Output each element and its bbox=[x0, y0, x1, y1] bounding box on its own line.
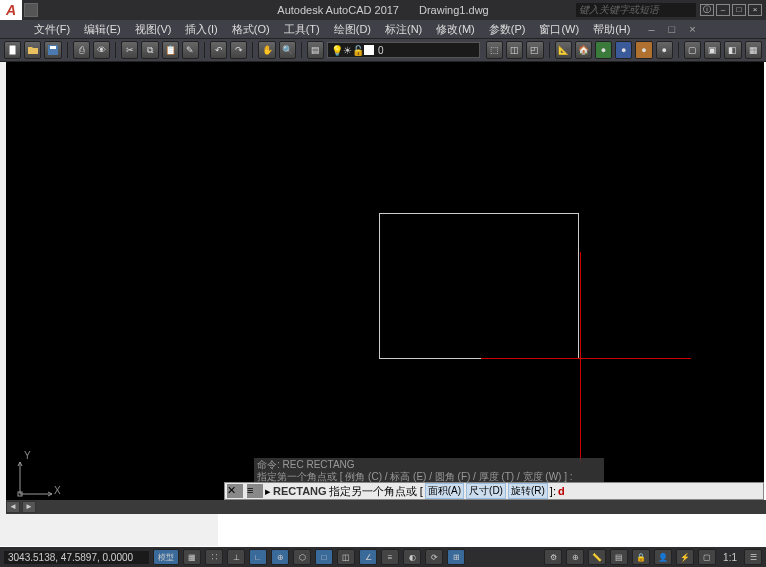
zoom-button[interactable]: 🔍 bbox=[279, 41, 296, 59]
option-area[interactable]: 面积(A) bbox=[425, 483, 464, 499]
3dosnap-toggle[interactable]: ◫ bbox=[337, 549, 355, 565]
menu-view[interactable]: 视图(V) bbox=[131, 20, 176, 39]
quick-access-toolbar bbox=[24, 3, 38, 17]
option-rotate[interactable]: 旋转(R) bbox=[508, 483, 548, 499]
infer-toggle[interactable]: ⊥ bbox=[227, 549, 245, 565]
close-button[interactable]: × bbox=[748, 4, 762, 16]
layer-name: 0 bbox=[378, 45, 384, 56]
help-search-input[interactable]: 键入关键字或短语 bbox=[576, 3, 696, 17]
quick-props[interactable]: ▤ bbox=[610, 549, 628, 565]
cmd-prompt: 指定另一个角点或 [ bbox=[329, 484, 423, 499]
tool-a[interactable]: ⬚ bbox=[486, 41, 503, 59]
transparency-toggle[interactable]: ◐ bbox=[403, 549, 421, 565]
menu-modify[interactable]: 修改(M) bbox=[432, 20, 479, 39]
dynamic-input-toggle[interactable]: ⊞ bbox=[447, 549, 465, 565]
osnap-toggle[interactable]: □ bbox=[315, 549, 333, 565]
ucs-icon: Y X bbox=[12, 450, 62, 500]
paste-button[interactable]: 📋 bbox=[162, 41, 179, 59]
print-button[interactable]: ⎙ bbox=[73, 41, 90, 59]
render-gray[interactable]: ● bbox=[656, 41, 673, 59]
minimize-button[interactable]: – bbox=[716, 4, 730, 16]
layer-props-button[interactable]: ▤ bbox=[307, 41, 324, 59]
cmd-tail: ]: bbox=[550, 485, 556, 497]
cmd-input[interactable]: d bbox=[558, 485, 565, 497]
polar-toggle[interactable]: ⊕ bbox=[271, 549, 289, 565]
clean-screen[interactable]: ▢ bbox=[698, 549, 716, 565]
cut-button[interactable]: ✂ bbox=[121, 41, 138, 59]
menu-insert[interactable]: 插入(I) bbox=[181, 20, 221, 39]
ortho-toggle[interactable]: ∟ bbox=[249, 549, 267, 565]
drawing-area[interactable]: Y X 命令: REC RECTANG 指定第一个角点或 [ 例角 (C) / … bbox=[6, 62, 764, 514]
standard-toolbar: ⎙ 👁 ✂ ⧉ 📋 ✎ ↶ ↷ ✋ 🔍 ▤ 💡 ☀ 🔓 0 ⬚ ◫ ◰ 📐 🏠 … bbox=[0, 38, 766, 62]
pan-button[interactable]: ✋ bbox=[258, 41, 275, 59]
workspace-button[interactable]: ⚙ bbox=[544, 549, 562, 565]
layer-dropdown[interactable]: 💡 ☀ 🔓 0 bbox=[327, 42, 480, 58]
scroll-right-button[interactable]: ► bbox=[22, 501, 36, 513]
render-blue[interactable]: ● bbox=[615, 41, 632, 59]
units-button[interactable]: 📏 bbox=[588, 549, 606, 565]
svg-rect-0 bbox=[9, 45, 16, 55]
otrack-toggle[interactable]: ∠ bbox=[359, 549, 377, 565]
command-line[interactable]: ✕ ≡ ▸ RECTANG 指定另一个角点或 [ 面积(A) 尺寸(D) 旋转(… bbox=[224, 482, 764, 500]
command-line-handle-icon[interactable]: ≡ bbox=[247, 484, 263, 498]
render-orange[interactable]: ● bbox=[635, 41, 652, 59]
tool-b[interactable]: ◫ bbox=[506, 41, 523, 59]
menu-edit[interactable]: 编辑(E) bbox=[80, 20, 125, 39]
app-logo[interactable]: A bbox=[0, 0, 22, 20]
infocenter-icon[interactable]: ⓘ bbox=[700, 4, 714, 16]
option-dimension[interactable]: 尺寸(D) bbox=[466, 483, 506, 499]
lock-icon: 🔓 bbox=[352, 45, 364, 56]
app-title: Autodesk AutoCAD 2017 bbox=[277, 4, 399, 16]
undo-button[interactable]: ↶ bbox=[210, 41, 227, 59]
save-button[interactable] bbox=[44, 41, 61, 59]
hardware-accel[interactable]: ⚡ bbox=[676, 549, 694, 565]
menu-file[interactable]: 文件(F) bbox=[30, 20, 74, 39]
lineweight-toggle[interactable]: ≡ bbox=[381, 549, 399, 565]
maximize-button[interactable]: □ bbox=[732, 4, 746, 16]
snap-toggle[interactable]: ⸬ bbox=[205, 549, 223, 565]
open-button[interactable] bbox=[24, 41, 41, 59]
lightbulb-icon: 💡 bbox=[331, 45, 343, 56]
command-line-icon[interactable]: ✕ bbox=[227, 484, 243, 498]
tool-c[interactable]: ◰ bbox=[526, 41, 543, 59]
crosshair-vertical bbox=[580, 252, 581, 462]
menu-draw[interactable]: 绘图(D) bbox=[330, 20, 375, 39]
doc-min-icon[interactable]: – bbox=[648, 23, 654, 35]
menu-format[interactable]: 格式(O) bbox=[228, 20, 274, 39]
file-tab-bar: ◄ ► bbox=[6, 500, 766, 514]
menu-dimension[interactable]: 标注(N) bbox=[381, 20, 426, 39]
menu-help[interactable]: 帮助(H) bbox=[589, 20, 634, 39]
lock-ui[interactable]: 🔒 bbox=[632, 549, 650, 565]
model-space-button[interactable]: 模型 bbox=[153, 549, 179, 565]
isolate-objects[interactable]: 👤 bbox=[654, 549, 672, 565]
preview-button[interactable]: 👁 bbox=[93, 41, 110, 59]
scroll-left-button[interactable]: ◄ bbox=[6, 501, 20, 513]
layer-color-swatch bbox=[364, 45, 374, 55]
isodraft-toggle[interactable]: ⬡ bbox=[293, 549, 311, 565]
tool-box4[interactable]: ▦ bbox=[745, 41, 762, 59]
tool-d[interactable]: 📐 bbox=[555, 41, 572, 59]
tool-box1[interactable]: ▢ bbox=[684, 41, 701, 59]
render-green[interactable]: ● bbox=[595, 41, 612, 59]
tool-e[interactable]: 🏠 bbox=[575, 41, 592, 59]
qat-dropdown[interactable] bbox=[24, 3, 38, 17]
annotation-monitor[interactable]: ⊕ bbox=[566, 549, 584, 565]
menu-parametric[interactable]: 参数(P) bbox=[485, 20, 530, 39]
doc-title: Drawing1.dwg bbox=[419, 4, 489, 16]
annotation-scale[interactable]: 1:1 bbox=[720, 552, 740, 563]
copy-button[interactable]: ⧉ bbox=[141, 41, 158, 59]
new-button[interactable] bbox=[4, 41, 21, 59]
menu-window[interactable]: 窗口(W) bbox=[535, 20, 583, 39]
cycling-toggle[interactable]: ⟳ bbox=[425, 549, 443, 565]
crosshair-horizontal bbox=[481, 358, 691, 359]
grid-toggle[interactable]: ▦ bbox=[183, 549, 201, 565]
coordinates-display[interactable]: 3043.5138, 47.5897, 0.0000 bbox=[4, 551, 149, 564]
doc-max-icon[interactable]: □ bbox=[669, 23, 676, 35]
customize-button[interactable]: ☰ bbox=[744, 549, 762, 565]
doc-close-icon[interactable]: × bbox=[689, 23, 695, 35]
tool-box2[interactable]: ▣ bbox=[704, 41, 721, 59]
match-button[interactable]: ✎ bbox=[182, 41, 199, 59]
menu-tools[interactable]: 工具(T) bbox=[280, 20, 324, 39]
redo-button[interactable]: ↷ bbox=[230, 41, 247, 59]
tool-box3[interactable]: ◧ bbox=[724, 41, 741, 59]
